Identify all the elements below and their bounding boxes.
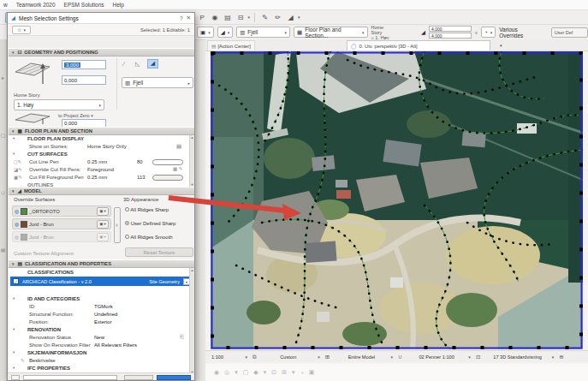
radio-user-defined-sharp[interactable]: User Defined Sharp	[125, 221, 175, 226]
layers-icon[interactable]: ▤	[223, 12, 234, 23]
home-story-dropdown[interactable]: 1. Høy ▾	[14, 99, 104, 110]
faint-icon[interactable]: ▾	[264, 369, 267, 376]
position-value[interactable]: Exterior	[94, 319, 112, 324]
project-zero-label[interactable]: to Project Zero ▾	[58, 113, 93, 118]
mesh-type-solid-icon[interactable]: ◢	[147, 59, 158, 68]
surface-picker-button[interactable]: ▣▾	[97, 220, 109, 229]
chain-link-button[interactable]: ∞	[114, 207, 121, 243]
renovation-status-value[interactable]: New	[94, 335, 104, 340]
faint-icon[interactable]: ◔	[300, 370, 304, 376]
classification-scrollbar[interactable]: ▲▼	[189, 268, 194, 374]
collapse-icon[interactable]: ▾	[13, 152, 15, 156]
menu-item-help[interactable]: Help	[113, 2, 124, 8]
faint-icon[interactable]: ▣	[309, 369, 315, 376]
renovation-filter-value[interactable]: All Relevant Filters	[94, 342, 137, 348]
tool-sliver-icon[interactable]: ▸	[2, 74, 4, 80]
floorplan-scrollbar[interactable]: ▲▼	[189, 135, 194, 187]
collapse-icon[interactable]: ▾	[13, 296, 15, 301]
reference-offset-field[interactable]: 0,000	[62, 75, 106, 85]
pencil-icon[interactable]: ✎	[259, 12, 270, 23]
tool-sliver-icon[interactable]: ◇	[1, 189, 5, 195]
radio-all-ridges-smooth[interactable]: All Ridges Smooth	[125, 235, 173, 240]
section-floorplan-header[interactable]: ▼ ▦ FLOOR PLAN AND SECTION	[9, 127, 194, 135]
renovation-subheader[interactable]: RENOVATION	[27, 327, 61, 332]
show-on-stories-value[interactable]: Home Story Only	[87, 144, 127, 149]
cut-fill-fg-pen-swatch[interactable]	[152, 175, 183, 181]
home-story-cell[interactable]: Home Story ⌂ 1. Høy	[371, 25, 395, 40]
fill-pen-icons[interactable]: ▦ ✎	[173, 166, 182, 171]
close-button[interactable]: ✕	[187, 15, 191, 21]
cut-line-pen-swatch[interactable]	[152, 159, 183, 165]
structure-filter-selector[interactable]: Entire Model ▾	[332, 352, 395, 361]
pen-status-icon[interactable]: ∪	[398, 354, 402, 360]
ok-button-partial[interactable]	[157, 375, 191, 380]
slope-caret-icon[interactable]: ▾	[298, 15, 300, 20]
surface-row-jord-brun[interactable]: ◍ Jord - Brun ▣▾	[12, 218, 111, 229]
override-dropdown[interactable]: ◔▾	[481, 27, 496, 38]
structural-function-value[interactable]: Undefined	[94, 312, 117, 317]
menu-item-epsm[interactable]: EPSM Solutions	[64, 2, 104, 8]
fg-pen-icon[interactable]: ▣✎	[14, 175, 22, 180]
height-bottom-field[interactable]: 4,000	[429, 33, 472, 39]
mesh-surface-dropdown[interactable]: ▥ Fjell ▸	[122, 77, 193, 88]
user-def-button[interactable]: User Def	[551, 27, 588, 38]
filter-status-icon[interactable]: ⊞	[325, 354, 330, 360]
dialog-title-bar[interactable]: ◢ Mesh Selection Settings ? ✕	[8, 13, 194, 24]
3d-viewport[interactable]	[211, 51, 583, 349]
scale-selector[interactable]: 1:100 ▾	[209, 352, 250, 361]
faint-icon[interactable]: ◆	[253, 369, 258, 376]
mesh-height-field[interactable]: 3,000	[62, 60, 106, 69]
layers-status-icon[interactable]: ⧉	[252, 354, 257, 360]
mesh-tool-dropdown[interactable]: ◢▾	[217, 27, 234, 38]
section-model-header[interactable]: ▼ ◢ MODEL	[9, 187, 194, 195]
cut-fill-fg-pen-value[interactable]: 0.25 mm	[87, 175, 107, 180]
ifc-subheader[interactable]: IFC PROPERTIES	[27, 366, 70, 371]
pen-icon[interactable]: ✏	[272, 12, 283, 23]
collapse-icon[interactable]: ▾	[13, 366, 15, 370]
cancel-button-partial[interactable]	[124, 375, 153, 380]
faint-icon[interactable]: ⊡	[271, 369, 276, 376]
schema-item[interactable]: Beskrivelse	[29, 358, 56, 363]
faint-icon[interactable]: ◎	[224, 369, 229, 376]
collapse-icon[interactable]: ▾	[13, 350, 15, 354]
panel-caret-icon[interactable]: ▾	[248, 15, 251, 20]
faint-icon[interactable]: ▢	[243, 369, 249, 376]
collapse-icon[interactable]: ▾	[13, 327, 15, 331]
view-settings-selector[interactable]: 17 3D Standardvisning ▾	[483, 352, 556, 361]
menu-item-partial[interactable]: w	[3, 2, 8, 8]
section-geometry-header[interactable]: ▼ ⊡ GEOMETRY AND POSITIONING	[9, 48, 194, 57]
cut-line-pen-icon[interactable]: ◻✎	[14, 159, 21, 164]
camera-icon[interactable]: ◉	[210, 12, 221, 23]
tab-perspective-view[interactable]: ◯ 0. Utv. perspektiv [3D - Alt]	[347, 40, 490, 51]
reset-texture-button[interactable]: Reset Texture	[125, 247, 193, 257]
surface-dropdown[interactable]: ▥ Fjell ▾	[236, 27, 290, 38]
id-value[interactable]: TGMork	[94, 304, 113, 309]
tab-action-center[interactable]: ▤ [Action Center]	[207, 40, 255, 51]
classification-selected-row[interactable]: ✓ ARCHICAD Classification - v 2.0 Site G…	[10, 277, 193, 286]
mesh-type-flat-icon[interactable]: ∕	[123, 61, 124, 67]
faint-icon[interactable]: ◉	[214, 369, 219, 376]
pen-set-icon[interactable]: P	[197, 12, 208, 23]
cut-surfaces-subheader[interactable]: CUT SURFACES	[27, 152, 68, 157]
id-categories-subheader[interactable]: ID AND CATEGORIES	[27, 296, 80, 301]
pen-set-selector[interactable]: 02 Penner 1:100 ▾	[405, 352, 473, 361]
display-mode-dropdown[interactable]: ▦ Floor Plan and Section... ▾	[294, 27, 367, 38]
help-button[interactable]: ?	[180, 15, 183, 21]
tab-list-caret-icon[interactable]: ▾	[500, 43, 502, 48]
surface-row-ortofoto[interactable]: ◍ _ORTOFOTO ▣▾	[12, 205, 111, 217]
tool-sliver-icon[interactable]: ▤	[1, 247, 6, 253]
section-classification-header[interactable]: ▼ ▤ CLASSIFICATION AND PROPERTIES	[9, 259, 194, 268]
override-fill-icon[interactable]: ◪✎	[14, 167, 22, 172]
layer-combination-selector[interactable]: Custom ▾	[259, 352, 323, 361]
mesh-type-skirt-icon[interactable]: ◺	[135, 61, 140, 68]
favorites-button[interactable]: ☆ ▾	[12, 26, 31, 34]
faint-icon[interactable]: ▾	[235, 369, 238, 376]
faint-icon[interactable]: ▾	[292, 369, 295, 376]
surface-picker-button[interactable]: ▣▾	[97, 207, 109, 216]
cut-line-pen-value[interactable]: 0.25 mm	[87, 159, 107, 164]
tool-sliver-icon[interactable]: ▢	[1, 132, 6, 138]
checkbox-checked-icon[interactable]: ✓	[13, 278, 19, 284]
override-status-icon[interactable]: ⊡	[476, 354, 480, 360]
radio-all-ridges-sharp[interactable]: All Ridges Sharp	[125, 207, 169, 212]
settings-dropdown[interactable]: ▣▾	[197, 27, 214, 38]
